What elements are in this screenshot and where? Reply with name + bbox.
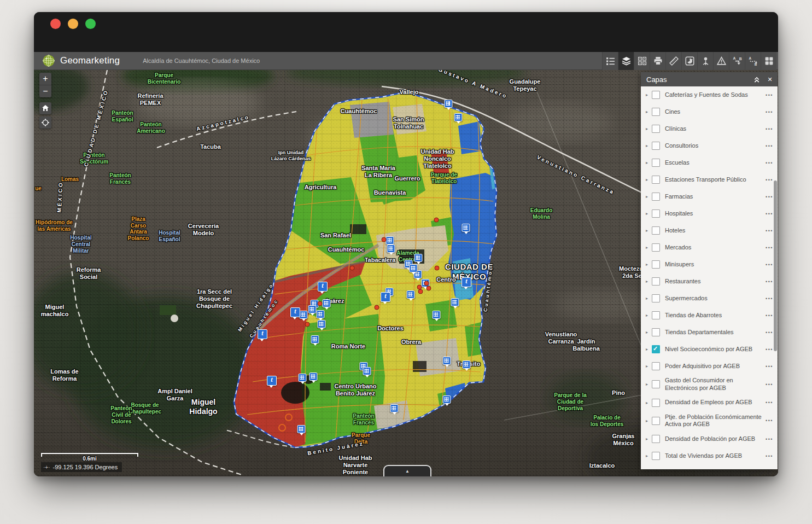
expand-caret-icon[interactable]: ▸ <box>646 177 652 182</box>
layer-checkbox[interactable] <box>652 345 660 353</box>
expand-caret-icon[interactable]: ▸ <box>646 160 652 165</box>
expand-caret-icon[interactable]: ▸ <box>646 279 652 284</box>
layer-checkbox[interactable] <box>652 452 660 460</box>
layer-checkbox[interactable] <box>652 108 660 116</box>
layer-options-button[interactable]: ••• <box>766 92 773 98</box>
zoom-in-button[interactable]: + <box>39 73 51 85</box>
layer-options-button[interactable]: ••• <box>766 296 773 301</box>
poi-dot[interactable] <box>424 281 429 286</box>
poi-marker[interactable] <box>299 374 307 382</box>
layer-options-button[interactable]: ••• <box>766 313 773 318</box>
close-panel-button[interactable]: ✕ <box>763 72 776 86</box>
layer-checkbox[interactable] <box>652 176 660 184</box>
layer-checkbox[interactable] <box>652 260 660 269</box>
layer-options-button[interactable]: ••• <box>766 400 773 405</box>
layer-checkbox[interactable] <box>652 380 660 388</box>
poi-marker[interactable] <box>410 264 418 272</box>
poi-dot[interactable] <box>318 301 323 306</box>
apps-button[interactable] <box>761 52 776 70</box>
legend-button[interactable] <box>602 52 618 70</box>
print-button[interactable] <box>650 52 665 70</box>
layer-checkbox[interactable] <box>652 226 660 235</box>
poi-marker[interactable] <box>390 404 399 412</box>
transit-marker[interactable] <box>290 307 300 317</box>
poi-dot[interactable] <box>434 218 439 223</box>
attribution-toggle[interactable]: ▲ <box>383 465 431 476</box>
poi-marker[interactable] <box>433 311 441 319</box>
expand-caret-icon[interactable]: ▸ <box>646 143 652 148</box>
layer-options-button[interactable]: ••• <box>766 245 773 251</box>
minimize-window-button[interactable] <box>68 19 78 29</box>
layer-checkbox[interactable] <box>652 362 660 370</box>
poi-marker[interactable] <box>454 113 463 121</box>
panel-scrollbar[interactable] <box>774 181 777 351</box>
layer-options-button[interactable]: ••• <box>766 126 773 132</box>
poi-marker[interactable] <box>309 372 318 381</box>
poi-marker[interactable] <box>311 335 319 343</box>
layer-options-button[interactable]: ••• <box>766 211 773 217</box>
layer-options-button[interactable]: ••• <box>766 279 773 284</box>
layer-options-button[interactable]: ••• <box>766 382 773 387</box>
collapse-panel-button[interactable] <box>750 72 763 86</box>
transit-marker[interactable] <box>267 376 277 386</box>
expand-caret-icon[interactable]: ▸ <box>646 245 652 250</box>
expand-caret-icon[interactable]: ▸ <box>646 126 652 131</box>
map-canvas[interactable]: Guadalupe TepeyacVallejoGustavo A Madero… <box>34 70 778 476</box>
poi-marker[interactable] <box>323 299 331 307</box>
layer-checkbox[interactable] <box>652 399 660 407</box>
expand-caret-icon[interactable]: ▸ <box>646 453 652 458</box>
expand-caret-icon[interactable]: ▸ <box>646 109 652 114</box>
layer-checkbox[interactable] <box>652 159 660 167</box>
layer-options-button[interactable]: ••• <box>766 262 773 267</box>
expand-caret-icon[interactable]: ▸ <box>646 262 652 267</box>
layers-button[interactable] <box>618 52 634 70</box>
layer-checkbox[interactable] <box>652 294 660 302</box>
layer-options-button[interactable]: ••• <box>766 418 773 423</box>
poi-dot[interactable] <box>382 237 387 242</box>
transit-marker[interactable] <box>258 329 267 339</box>
directions-button[interactable]: AB <box>729 52 745 70</box>
layer-options-button[interactable]: ••• <box>766 194 773 200</box>
layer-options-button[interactable]: ••• <box>766 364 773 369</box>
chart-button[interactable] <box>681 52 697 70</box>
poi-marker[interactable] <box>300 311 308 319</box>
poi-marker[interactable] <box>317 310 325 318</box>
poi-marker[interactable] <box>318 320 326 328</box>
expand-caret-icon[interactable]: ▸ <box>646 382 652 387</box>
expand-caret-icon[interactable]: ▸ <box>646 347 652 352</box>
layer-options-button[interactable]: ••• <box>766 453 773 459</box>
poi-dot[interactable] <box>350 266 355 271</box>
poi-marker[interactable] <box>443 357 451 365</box>
poi-dot[interactable] <box>375 305 379 310</box>
locate-button[interactable] <box>39 117 51 129</box>
poi-marker[interactable] <box>308 305 317 313</box>
poi-dot[interactable] <box>418 289 423 294</box>
layer-checkbox[interactable] <box>652 435 660 443</box>
layer-checkbox[interactable] <box>652 125 660 133</box>
poi-ring[interactable] <box>278 424 286 432</box>
poi-marker[interactable] <box>463 360 471 369</box>
layer-checkbox[interactable] <box>652 91 660 99</box>
expand-caret-icon[interactable]: ▸ <box>646 364 652 369</box>
poi-dot[interactable] <box>427 286 431 291</box>
poi-dot[interactable] <box>435 266 440 271</box>
layer-checkbox[interactable] <box>652 277 660 286</box>
expand-caret-icon[interactable]: ▸ <box>646 313 652 318</box>
poi-marker[interactable] <box>387 244 395 253</box>
poi-ring[interactable] <box>285 414 293 421</box>
poi-marker[interactable] <box>451 298 459 306</box>
poi-dot[interactable] <box>305 322 310 327</box>
zoom-window-button[interactable] <box>85 19 96 29</box>
layer-options-button[interactable]: ••• <box>766 109 773 115</box>
layer-checkbox[interactable] <box>652 142 660 150</box>
layer-checkbox[interactable] <box>652 243 660 252</box>
layer-options-button[interactable]: ••• <box>766 177 773 183</box>
poi-marker[interactable] <box>297 425 306 433</box>
layer-checkbox[interactable] <box>652 417 660 425</box>
expand-caret-icon[interactable]: ▸ <box>646 228 652 233</box>
poi-marker[interactable] <box>443 395 451 404</box>
layer-checkbox[interactable] <box>652 209 660 218</box>
expand-caret-icon[interactable]: ▸ <box>646 92 652 97</box>
poi-marker[interactable] <box>414 254 423 262</box>
expand-caret-icon[interactable]: ▸ <box>646 436 652 441</box>
